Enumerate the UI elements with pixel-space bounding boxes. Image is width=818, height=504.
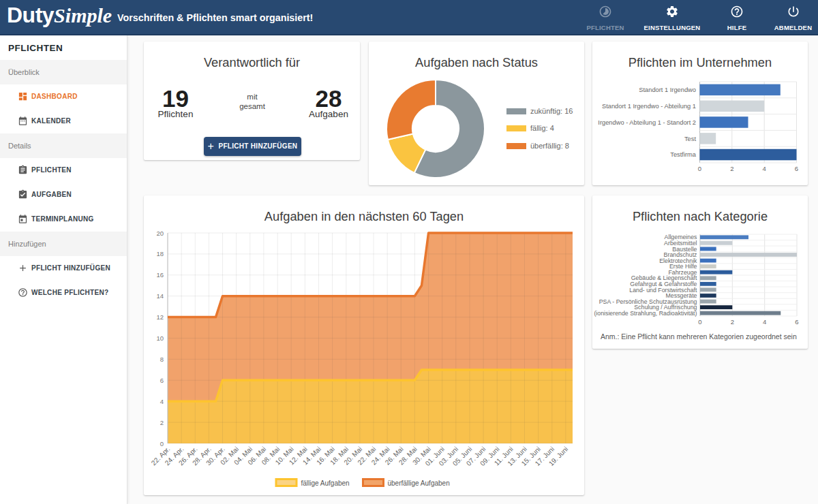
- svg-text:Testfirma: Testfirma: [670, 151, 697, 158]
- svg-text:0: 0: [160, 440, 164, 447]
- svg-text:2: 2: [730, 165, 733, 172]
- svg-text:4: 4: [160, 398, 164, 405]
- svg-text:Test: Test: [684, 136, 696, 142]
- svg-text:4: 4: [763, 165, 766, 172]
- svg-text:2: 2: [731, 318, 734, 326]
- svg-text:6: 6: [795, 165, 798, 172]
- svg-text:20: 20: [156, 230, 164, 237]
- svg-text:16: 16: [156, 271, 164, 279]
- svg-text:0: 0: [698, 165, 701, 172]
- svg-text:0: 0: [698, 318, 701, 326]
- svg-text:Strahlenschutz (ionisierende S: Strahlenschutz (ionisierende Strahlung, …: [592, 310, 697, 317]
- svg-text:18: 18: [156, 250, 164, 257]
- svg-text:6: 6: [795, 318, 798, 326]
- svg-text:4: 4: [763, 318, 766, 326]
- svg-text:fällige Aufgaben: fällige Aufgaben: [301, 479, 350, 487]
- svg-text:Standort 1 Irgendwo: Standort 1 Irgendwo: [639, 86, 696, 93]
- svg-text:10: 10: [156, 334, 164, 342]
- svg-text:14: 14: [156, 292, 164, 300]
- svg-text:Standort 1 Irgendwo - Abteilun: Standort 1 Irgendwo - Abteilung 1: [602, 103, 696, 110]
- svg-text:Irgendwo - Abteilung 1 - Stand: Irgendwo - Abteilung 1 - Standort 2: [598, 119, 696, 126]
- svg-text:überfällige Aufgaben: überfällige Aufgaben: [388, 479, 450, 487]
- svg-text:6: 6: [160, 377, 164, 384]
- svg-text:12: 12: [156, 313, 164, 321]
- svg-text:8: 8: [160, 356, 164, 363]
- svg-text:2: 2: [160, 419, 164, 426]
